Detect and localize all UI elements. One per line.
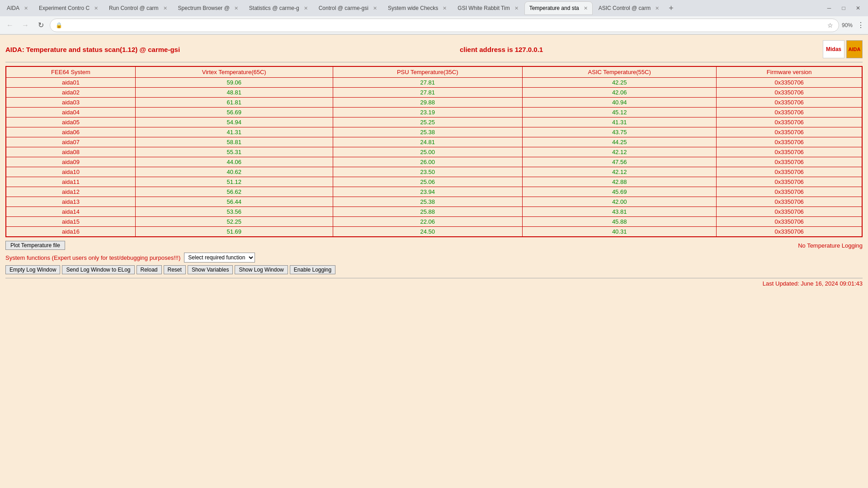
cell-virtex: 52.25: [135, 217, 333, 227]
tab-experiment-control[interactable]: Experiment Contro C ✕: [34, 1, 103, 15]
reload-nav-button[interactable]: ↻: [34, 19, 47, 32]
tab-temperature[interactable]: Temperature and sta ✕: [524, 1, 593, 15]
reload-button[interactable]: Reload: [137, 265, 162, 274]
tab-close-spectrum[interactable]: ✕: [234, 5, 238, 11]
minimize-button[interactable]: ─: [823, 2, 835, 14]
cell-virtex: 51.12: [135, 177, 333, 187]
tab-statistics[interactable]: Statistics @ carme-g ✕: [244, 1, 313, 15]
tab-close-asic[interactable]: ✕: [655, 5, 659, 11]
plot-row: Plot Temperature file No Temperature Log…: [5, 241, 863, 250]
client-address: client address is 127.0.0.1: [460, 46, 543, 53]
buttons-row: Empty Log Window Send Log Window to ELog…: [5, 265, 863, 274]
tab-label: Run Control @ carm: [109, 5, 159, 11]
tab-label: Temperature and sta: [529, 5, 579, 11]
system-functions-row: System functions (Expert users only for …: [5, 253, 863, 263]
tab-run-control[interactable]: Run Control @ carm ✕: [104, 1, 172, 15]
cell-firmware: 0x3350706: [717, 177, 862, 187]
cell-virtex: 58.81: [135, 137, 333, 147]
tab-close-control[interactable]: ✕: [373, 5, 377, 11]
system-functions-label: System functions (Expert users only for …: [5, 254, 180, 261]
table-row: aida0248.8127.8142.060x3350706: [6, 88, 862, 98]
cell-psu: 29.88: [333, 98, 522, 108]
cell-virtex: 55.31: [135, 147, 333, 157]
cell-firmware: 0x3350706: [717, 227, 862, 237]
cell-virtex: 51.69: [135, 227, 333, 237]
close-window-button[interactable]: ✕: [852, 2, 864, 14]
menu-icon[interactable]: ⋮: [857, 21, 864, 29]
tab-close-system[interactable]: ✕: [443, 5, 447, 11]
controls-area: Plot Temperature file No Temperature Log…: [5, 241, 863, 274]
tab-close-aida[interactable]: ✕: [24, 5, 28, 11]
maximize-button[interactable]: □: [837, 2, 850, 14]
cell-psu: 25.06: [333, 177, 522, 187]
cell-system: aida13: [6, 197, 135, 207]
show-variables-button[interactable]: Show Variables: [188, 265, 233, 274]
cell-asic: 44.25: [522, 137, 716, 147]
star-icon[interactable]: ☆: [827, 22, 833, 29]
temperature-table: FEE64 System Virtex Temperature(65C) PSU…: [5, 66, 863, 237]
cell-psu: 26.00: [333, 157, 522, 167]
cell-system: aida04: [6, 108, 135, 117]
cell-virtex: 44.06: [135, 157, 333, 167]
cell-virtex: 53.56: [135, 207, 333, 217]
reset-button[interactable]: Reset: [164, 265, 186, 274]
tab-label: ASIC Control @ carm: [599, 5, 651, 11]
tab-close-statistics[interactable]: ✕: [304, 5, 308, 11]
enable-logging-button[interactable]: Enable Logging: [290, 265, 335, 274]
tab-close-run[interactable]: ✕: [163, 5, 167, 11]
cell-firmware: 0x3350706: [717, 187, 862, 197]
tab-close-experiment[interactable]: ✕: [94, 5, 98, 11]
cell-psu: 24.81: [333, 137, 522, 147]
tab-bar: AIDA ✕ Experiment Contro C ✕ Run Control…: [0, 0, 868, 16]
cell-psu: 27.81: [333, 88, 522, 98]
address-input[interactable]: localhost:8015/AIDA/TSCAN/TSCAN.tml: [65, 22, 825, 28]
table-row: aida1356.4425.3842.000x3350706: [6, 197, 862, 207]
new-tab-button[interactable]: +: [665, 1, 677, 15]
tab-aida[interactable]: AIDA ✕: [2, 1, 33, 15]
aida-logo: AIDA: [846, 40, 863, 58]
tab-control[interactable]: Control @ carme-gsi ✕: [314, 1, 382, 15]
cell-asic: 42.12: [522, 167, 716, 177]
address-bar: 🔒 localhost:8015/AIDA/TSCAN/TSCAN.tml ☆: [50, 19, 839, 32]
lock-icon: 🔒: [56, 22, 62, 28]
browser-chrome: AIDA ✕ Experiment Contro C ✕ Run Control…: [0, 0, 868, 35]
table-row: aida1651.6924.5040.310x3350706: [6, 227, 862, 237]
table-row: aida0855.3125.0042.120x3350706: [6, 147, 862, 157]
back-button[interactable]: ←: [4, 19, 16, 32]
cell-asic: 40.94: [522, 98, 716, 108]
tab-asic-control[interactable]: ASIC Control @ carm ✕: [594, 1, 665, 15]
cell-firmware: 0x3350706: [717, 108, 862, 117]
cell-asic: 45.12: [522, 108, 716, 117]
show-log-window-button[interactable]: Show Log Window: [235, 265, 288, 274]
tab-label: GSI White Rabbit Tim: [458, 5, 509, 11]
cell-psu: 25.38: [333, 197, 522, 207]
cell-system: aida01: [6, 78, 135, 88]
forward-button[interactable]: →: [19, 19, 32, 32]
tab-system-checks[interactable]: System wide Checks ✕: [383, 1, 452, 15]
send-log-button[interactable]: Send Log Window to ELog: [62, 265, 134, 274]
last-updated: Last Updated: June 16, 2024 09:01:43: [5, 280, 863, 287]
tab-gsi-white-rabbit[interactable]: GSI White Rabbit Tim ✕: [453, 1, 523, 15]
cell-psu: 22.06: [333, 217, 522, 227]
footer-divider: [5, 278, 863, 278]
cell-asic: 45.69: [522, 187, 716, 197]
cell-asic: 42.06: [522, 88, 716, 98]
tab-close-temperature[interactable]: ✕: [584, 5, 588, 11]
table-row: aida1453.5625.8843.810x3350706: [6, 207, 862, 217]
empty-log-button[interactable]: Empty Log Window: [5, 265, 60, 274]
col-header-system: FEE64 System: [6, 66, 135, 78]
table-row: aida0456.6923.1945.120x3350706: [6, 108, 862, 117]
cell-psu: 23.50: [333, 167, 522, 177]
cell-system: aida09: [6, 157, 135, 167]
function-select[interactable]: Select required function: [184, 253, 255, 263]
tab-spectrum-browser[interactable]: Spectrum Browser @ ✕: [173, 1, 243, 15]
col-header-asic: ASIC Temperature(55C): [522, 66, 716, 78]
table-row: aida0159.0627.8142.250x3350706: [6, 78, 862, 88]
page-header: AIDA: Temperature and status scan(1.12) …: [5, 38, 863, 62]
cell-psu: 23.94: [333, 187, 522, 197]
tab-close-gsi[interactable]: ✕: [514, 5, 519, 11]
table-header-row: FEE64 System Virtex Temperature(65C) PSU…: [6, 66, 862, 78]
cell-psu: 23.19: [333, 108, 522, 117]
table-row: aida1552.2522.0645.880x3350706: [6, 217, 862, 227]
plot-temperature-button[interactable]: Plot Temperature file: [5, 241, 65, 250]
